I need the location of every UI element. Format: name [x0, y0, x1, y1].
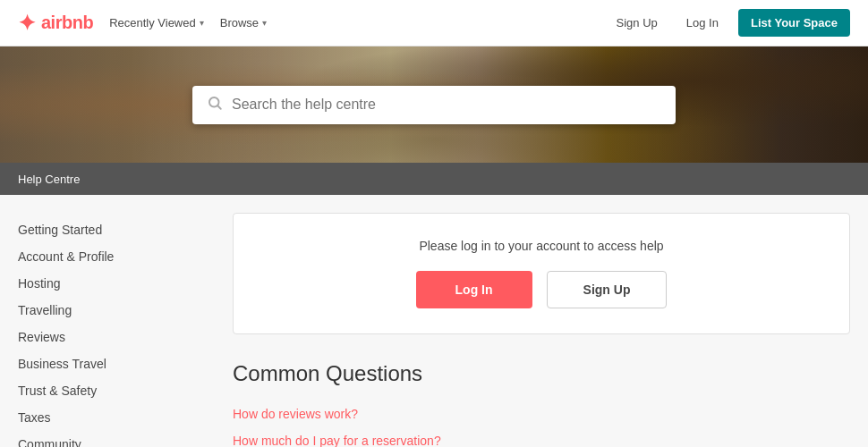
sidebar-item-hosting[interactable]: Hosting	[18, 270, 215, 297]
hero-banner	[0, 46, 868, 163]
nav-right: Sign Up Log In List Your Space	[608, 9, 850, 37]
recently-viewed-label: Recently Viewed	[109, 16, 196, 30]
card-login-button[interactable]: Log In	[416, 271, 532, 308]
card-signup-button[interactable]: Sign Up	[547, 271, 668, 308]
sidebar: Getting Started Account & Profile Hostin…	[18, 213, 215, 447]
sidebar-item-trust-safety[interactable]: Trust & Safety	[18, 377, 215, 404]
question-link-1[interactable]: How much do I pay for a reservation?	[233, 427, 850, 447]
logo-text: airbnb	[41, 13, 93, 33]
breadcrumb-bar: Help Centre	[0, 163, 868, 195]
login-card: Please log in to your account to access …	[233, 213, 850, 334]
sidebar-item-business-travel[interactable]: Business Travel	[18, 350, 215, 377]
sidebar-item-community[interactable]: Community	[18, 431, 215, 447]
browse-nav[interactable]: Browse ▾	[220, 16, 267, 30]
recently-viewed-chevron: ▾	[200, 18, 204, 28]
sidebar-item-reviews[interactable]: Reviews	[18, 324, 215, 350]
browse-chevron: ▾	[262, 18, 267, 28]
list-space-button[interactable]: List Your Space	[738, 9, 850, 37]
recently-viewed-nav[interactable]: Recently Viewed ▾	[109, 16, 204, 30]
sidebar-item-taxes[interactable]: Taxes	[18, 404, 215, 431]
svg-line-1	[217, 105, 220, 108]
content-area: Please log in to your account to access …	[233, 213, 850, 447]
search-input[interactable]	[232, 97, 661, 113]
sidebar-item-travelling[interactable]: Travelling	[18, 297, 215, 324]
main-layout: Getting Started Account & Profile Hostin…	[0, 195, 868, 447]
browse-label: Browse	[220, 16, 259, 30]
signup-button[interactable]: Sign Up	[608, 11, 667, 35]
question-link-0[interactable]: How do reviews work?	[233, 401, 850, 427]
airbnb-logo-icon: ✦	[18, 11, 36, 36]
top-nav: ✦ airbnb Recently Viewed ▾ Browse ▾ Sign…	[0, 0, 868, 46]
common-questions-section: Common Questions How do reviews work? Ho…	[233, 361, 850, 447]
search-icon	[207, 95, 223, 115]
nav-left: ✦ airbnb Recently Viewed ▾ Browse ▾	[18, 11, 267, 36]
common-questions-title: Common Questions	[233, 361, 850, 386]
breadcrumb: Help Centre	[18, 173, 80, 186]
login-card-text: Please log in to your account to access …	[269, 239, 813, 253]
sidebar-item-getting-started[interactable]: Getting Started	[18, 216, 215, 243]
search-bar	[192, 86, 676, 124]
logo[interactable]: ✦ airbnb	[18, 11, 93, 36]
login-card-buttons: Log In Sign Up	[269, 271, 813, 308]
sidebar-item-account-profile[interactable]: Account & Profile	[18, 243, 215, 270]
login-button[interactable]: Log In	[677, 11, 728, 35]
